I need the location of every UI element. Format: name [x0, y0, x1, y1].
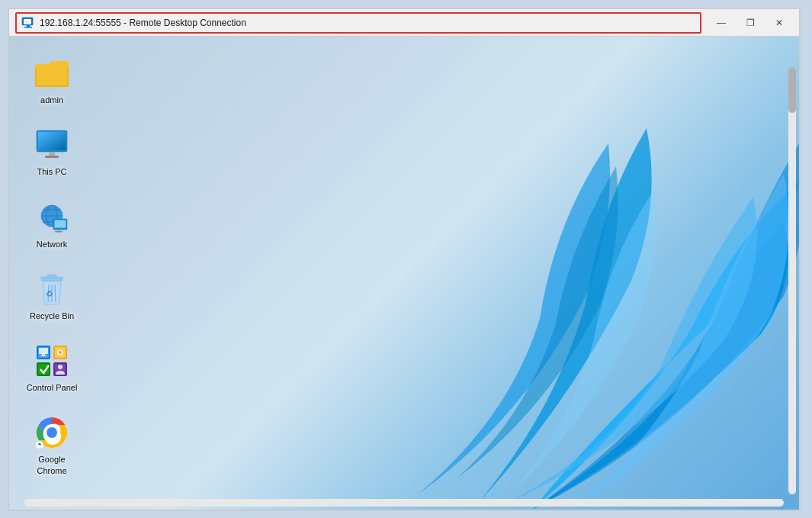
- svg-rect-8: [38, 132, 66, 150]
- icon-chrome-label: Google Chrome: [37, 454, 66, 476]
- svg-text:♻: ♻: [46, 289, 53, 298]
- chrome-icon-img: [34, 414, 70, 451]
- svg-rect-19: [55, 231, 63, 233]
- wallpaper-bloom: [265, 67, 799, 510]
- icon-this-pc[interactable]: This PC: [21, 124, 82, 180]
- title-bar-highlight: → 192.168.1.24:55555 - Remote Desktop Co…: [15, 12, 701, 34]
- desktop: admin: [9, 37, 799, 510]
- svg-point-34: [59, 351, 62, 354]
- rdp-window: → 192.168.1.24:55555 - Remote Desktop Co…: [8, 8, 801, 511]
- folder-icon-img: [34, 55, 70, 92]
- icon-control-panel[interactable]: Control Panel: [21, 339, 82, 396]
- horizontal-scrollbar[interactable]: [24, 499, 784, 507]
- svg-rect-21: [47, 275, 56, 278]
- icon-recycle-bin[interactable]: ♻ Recycle Bin: [21, 268, 82, 324]
- monitor-icon-svg: [35, 130, 69, 160]
- icon-network-label: Network: [37, 239, 67, 249]
- rdp-icon: →: [21, 16, 35, 30]
- recycle-icon-img: ♻: [34, 271, 70, 307]
- restore-button[interactable]: ❐: [737, 12, 764, 34]
- svg-rect-10: [45, 156, 59, 158]
- svg-rect-3: [24, 27, 32, 28]
- icon-network[interactable]: Network: [21, 196, 82, 253]
- svg-rect-2: [27, 25, 30, 27]
- icon-control-panel-label: Control Panel: [27, 382, 78, 393]
- monitor-icon-img: [34, 127, 70, 163]
- svg-text:→: →: [24, 19, 28, 24]
- svg-rect-28: [39, 348, 48, 354]
- scrollbar-thumb[interactable]: [788, 67, 796, 113]
- cpanel-icon-img: [34, 343, 70, 379]
- icon-admin[interactable]: admin: [21, 52, 82, 108]
- vertical-scrollbar[interactable]: [788, 67, 796, 494]
- folder-icon-svg: [35, 60, 69, 87]
- icon-admin-label: admin: [40, 95, 63, 105]
- svg-rect-5: [37, 67, 67, 85]
- svg-rect-30: [40, 356, 47, 356]
- chrome-icon-svg: [35, 416, 69, 449]
- recycle-icon-svg: ♻: [37, 272, 67, 306]
- minimize-button[interactable]: —: [708, 12, 735, 34]
- window-title: 192.168.1.24:55555 - Remote Desktop Conn…: [40, 18, 246, 28]
- svg-point-39: [58, 365, 63, 369]
- icon-recycle-bin-label: Recycle Bin: [30, 310, 74, 321]
- svg-rect-29: [42, 354, 45, 356]
- icon-this-pc-label: This PC: [37, 166, 66, 177]
- network-icon-img: [34, 199, 70, 236]
- svg-rect-9: [49, 152, 55, 156]
- svg-rect-18: [57, 230, 60, 231]
- svg-rect-17: [55, 220, 66, 227]
- close-button[interactable]: ✕: [765, 12, 793, 34]
- window-controls: — ❐ ✕: [708, 12, 793, 34]
- title-bar: → 192.168.1.24:55555 - Remote Desktop Co…: [9, 9, 799, 37]
- desktop-icons: admin: [21, 52, 82, 479]
- svg-point-42: [47, 427, 57, 438]
- cpanel-icon-svg: [35, 344, 69, 378]
- network-icon-svg: [35, 202, 69, 233]
- icon-google-chrome[interactable]: Google Chrome: [21, 411, 82, 479]
